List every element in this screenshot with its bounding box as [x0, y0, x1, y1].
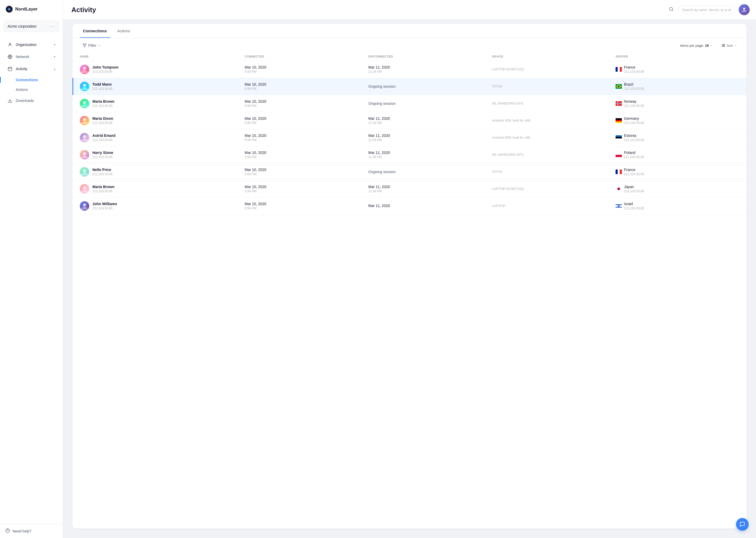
server-country: Brazil	[624, 82, 644, 86]
cell-disconnected: Mar 11, 202011:34 PM	[368, 134, 492, 142]
sidebar-item-organization[interactable]: Organization ▾	[2, 39, 61, 50]
table-row[interactable]: John Tompson 212.103.50.85 Mar 10, 2020 …	[72, 61, 746, 78]
organization-icon	[7, 42, 13, 47]
connected-date: Mar 10, 2020	[245, 116, 368, 121]
items-per-page-selector[interactable]: Items per page: 15	[678, 42, 715, 49]
table-row[interactable]: Maria Dixon 212.103.50.85 Mar 10, 2020 5…	[72, 112, 746, 129]
avatar	[80, 133, 89, 142]
server-country: France	[624, 168, 644, 172]
cell-server: Germany 212.103.50.85	[616, 116, 739, 125]
search-icon-button[interactable]	[668, 6, 675, 14]
organization-chevron: ▾	[54, 43, 55, 46]
sidebar-item-activity[interactable]: Activity ▴	[2, 63, 61, 75]
svg-rect-49	[616, 207, 622, 208]
chat-button[interactable]	[736, 518, 749, 531]
cell-disconnected: Mar 11, 2020	[368, 204, 492, 208]
name-ip: 212.103.50.85	[92, 121, 113, 125]
svg-rect-48	[616, 204, 622, 205]
svg-marker-9	[83, 44, 86, 47]
name-ip: 212.103.50.85	[92, 172, 113, 176]
cell-connected: Mar 10, 2020 5:56 PM	[245, 82, 368, 91]
svg-line-7	[672, 10, 673, 11]
flag-icon	[616, 135, 622, 140]
sidebar-item-network[interactable]: Network ▾	[2, 51, 61, 63]
server-info: Israel 212.103.50.85	[624, 202, 644, 210]
name-ip: 212.103.50.85	[92, 189, 115, 193]
connected-time: 5:56 PM	[245, 172, 368, 176]
cell-connected: Mar 10, 2020 5:56 PM	[245, 99, 368, 108]
table-row[interactable]: Todd Mann 212.103.50.85 Mar 10, 2020 5:5…	[72, 78, 746, 95]
cell-name: John Williams 212.103.50.85	[80, 201, 245, 211]
org-selector[interactable]: Acme corporation ···	[4, 21, 59, 32]
downloads-label: Downloads	[16, 98, 34, 103]
svg-point-6	[669, 7, 673, 11]
name-block: Astrid Emard 212.103.50.85	[92, 134, 116, 142]
table-row[interactable]: Maria Brown 212.103.50.85 Mar 10, 2020 5…	[72, 181, 746, 197]
connected-date: Mar 10, 2020	[245, 150, 368, 155]
sidebar-item-connections[interactable]: Connections	[2, 75, 61, 84]
svg-point-45	[617, 188, 620, 190]
name-primary: Maria Brown	[92, 185, 115, 189]
name-primary: John Williams	[92, 202, 117, 206]
search-input[interactable]	[678, 6, 735, 14]
tabs-bar: Connections Actions	[72, 24, 746, 38]
user-avatar-header[interactable]	[739, 4, 750, 15]
server-info: France 212.103.50.85	[624, 65, 644, 74]
sidebar-item-actions[interactable]: Actions	[2, 85, 61, 94]
table-row[interactable]: Maria Brown 212.103.50.85 Mar 10, 2020 5…	[72, 95, 746, 112]
svg-point-32	[83, 135, 86, 138]
cell-server: Poland 212.103.50.85	[616, 150, 739, 159]
flag-icon	[616, 118, 622, 123]
cell-name: Todd Mann 212.103.50.85	[80, 82, 245, 91]
avatar	[80, 65, 89, 74]
filter-button[interactable]: Filter	[80, 42, 104, 49]
need-help-link[interactable]: Need help?	[5, 528, 58, 534]
cell-server: Norway 212.103.50.85	[616, 99, 739, 108]
cell-connected: Mar 10, 2020 5:56 PM	[245, 185, 368, 193]
svg-point-43	[83, 186, 86, 189]
server-country: Germany	[624, 116, 644, 121]
connected-time: 5:56 PM	[245, 87, 368, 91]
org-name: Acme corporation	[8, 24, 36, 28]
table-row[interactable]: Nelle Price 212.103.50.85 Mar 10, 2020 5…	[72, 163, 746, 181]
avatar	[80, 184, 89, 193]
svg-point-39	[83, 169, 86, 172]
name-primary: John Tompson	[92, 65, 118, 69]
connected-date: Mar 10, 2020	[245, 65, 368, 69]
table-header: NAME CONNECTED DISCONNECTED DEVICE SERVE…	[72, 53, 746, 61]
col-device: DEVICE	[492, 55, 616, 58]
tab-actions[interactable]: Actions	[114, 24, 133, 38]
main-wrapper: Activity Connec	[63, 0, 756, 538]
connected-time: 5:56 PM	[245, 155, 368, 159]
cell-disconnected: Mar 11, 202011:34 PM	[368, 150, 492, 159]
table-row[interactable]: Harry Stone 212.103.50.85 Mar 10, 2020 5…	[72, 146, 746, 163]
table-row[interactable]: Astrid Emard 212.103.50.85 Mar 10, 2020 …	[72, 129, 746, 146]
toolbar-right: Items per page: 15 Sort	[678, 42, 739, 49]
cell-device: LAPTOP-	[492, 204, 616, 208]
table-row[interactable]: John Williams 212.103.50.85 Mar 10, 2020…	[72, 197, 746, 215]
name-ip: 212.103.50.85	[92, 206, 117, 210]
name-ip: 212.103.50.85	[92, 138, 116, 142]
cell-server: France 212.103.50.85	[616, 168, 739, 176]
name-primary: Todd Mann	[92, 82, 113, 86]
sidebar-item-downloads[interactable]: Downloads	[2, 95, 61, 106]
organization-label: Organization	[16, 42, 36, 47]
cell-server: France 212.103.50.85	[616, 65, 739, 74]
cell-disconnected: Ongoing session	[368, 170, 492, 174]
svg-rect-42	[620, 169, 622, 174]
svg-point-18	[83, 84, 86, 87]
server-ip: 212.103.50.85	[624, 172, 644, 176]
sort-button[interactable]: Sort	[719, 42, 739, 49]
svg-rect-47	[616, 204, 622, 208]
activity-chevron: ▴	[54, 67, 55, 71]
cell-server: Japan 212.103.50.85	[616, 185, 739, 193]
name-ip: 212.103.50.85	[92, 87, 113, 91]
tab-connections[interactable]: Connections	[80, 24, 110, 38]
cell-connected: Mar 10, 2020 5:56 PM	[245, 116, 368, 125]
server-country: Poland	[624, 150, 644, 155]
activity-label: Activity	[16, 67, 27, 71]
svg-point-0	[9, 43, 11, 45]
cell-name: Nelle Price 212.103.50.85	[80, 167, 245, 177]
name-primary: Maria Dixon	[92, 116, 113, 121]
cell-server: Brazil 212.103.50.85	[616, 82, 739, 91]
